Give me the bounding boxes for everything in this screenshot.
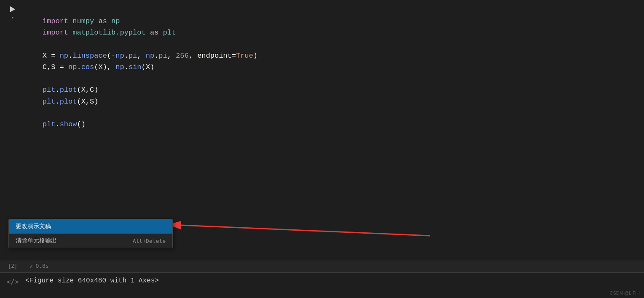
token: as [150,29,158,37]
token: . [55,120,59,128]
token: np [68,63,77,71]
menu-item-change-demo[interactable]: 更改演示文稿 [9,219,172,234]
code-line-import_numpy: import numpy as np [25,16,640,27]
token: plot [60,86,77,94]
token: = [55,63,68,71]
notebook-container: ▾ import numpy as np import matplotlib.p… [0,0,644,298]
token: X [43,52,47,60]
run-icon [10,6,15,12]
token: as [98,17,107,25]
token: np [146,52,154,60]
token: ) [253,52,258,60]
watermark: CSDN @L.P.H [610,290,640,295]
token: np [115,63,124,71]
token: endpoint [197,52,232,60]
token: ( [77,86,81,94]
token: ), [103,63,116,71]
token: plot [60,98,77,106]
checkmark-icon: ✓ [30,263,33,270]
token: plt [158,29,176,37]
context-menu: 更改演示文稿 清除单元格输出 Alt+Delete [8,219,173,248]
token: sin [129,63,142,71]
token: X [98,63,102,71]
token: . [124,63,129,71]
exec-time: 0.8s [35,263,48,269]
token: ) [94,86,98,94]
token: . [68,52,72,60]
token: = [232,52,236,60]
token: . [124,52,129,60]
menu-item-clear-output-label: 清除单元格输出 [16,237,57,245]
token: import [43,17,68,25]
token: True [236,52,253,60]
token: -np [111,52,124,60]
exec-number: [2] [8,263,17,269]
blank-line [25,4,640,16]
token: . [154,52,158,60]
token: ) [94,98,98,106]
token: X [81,86,86,94]
dropdown-icon: ▾ [11,15,14,20]
token: ( [94,63,98,71]
footer-gutter: [2] [0,262,25,271]
token: . [77,63,81,71]
code-line-plot2: plt.plot(X,S) [25,96,640,107]
token: , [137,52,145,60]
token: = [47,52,60,60]
token: ( [107,52,111,60]
token: , [189,52,197,60]
token: ( [141,63,145,71]
output-code-icon: </> [7,278,19,286]
token: C [43,63,47,71]
token: X [146,63,150,71]
token: matplotlib.pyplot [68,29,150,37]
token: np [60,52,68,60]
blank-line [25,39,640,50]
token: plt [43,98,56,106]
token: plt [43,120,56,128]
token: show [60,120,77,128]
token: C [90,86,94,94]
cell-footer: [2] ✓ 0.8s [0,260,644,273]
run-button[interactable] [8,5,17,13]
blank-line [25,107,640,119]
output-cell: </> <Figure size 640x480 with 1 Axes> [0,273,644,298]
token: . [55,98,59,106]
menu-item-clear-output[interactable]: 清除单元格输出 Alt+Delete [9,234,172,248]
token: S [90,98,94,106]
token: cos [81,63,94,71]
token: pi [158,52,167,60]
code-line-import_matplotlib: import matplotlib.pyplot as plt [25,27,640,38]
token: import [43,29,68,37]
figure-output-text: <Figure size 640x480 with 1 Axes> [25,277,159,285]
token: linspace [72,52,107,60]
menu-item-change-demo-label: 更改演示文稿 [16,223,51,230]
token: . [55,86,59,94]
menu-item-clear-output-shortcut: Alt+Delete [133,238,166,244]
token: , [47,63,51,71]
output-gutter: </> [0,273,25,298]
code-line-show: plt.show() [25,119,640,130]
token: ) [150,63,154,71]
footer-status: ✓ 0.8s [25,262,49,271]
token: numpy [68,17,98,25]
token: ( [77,98,81,106]
token: 256 [176,52,189,60]
token: () [77,120,85,128]
token: X [81,98,86,106]
token: plt [43,86,56,94]
code-line-linspace: X = np.linspace(-np.pi, np.pi, 256, endp… [25,50,640,61]
token: np [107,17,120,25]
token: , [86,86,90,94]
token: S [51,63,55,71]
token: pi [129,52,137,60]
token: , [86,98,90,106]
blank-line [25,73,640,84]
token: , [167,52,176,60]
code-line-plot1: plt.plot(X,C) [25,84,640,96]
code-line-cossin: C,S = np.cos(X), np.sin(X) [25,61,640,73]
blank-line [25,130,640,141]
output-content: <Figure size 640x480 with 1 Axes> [25,273,644,298]
